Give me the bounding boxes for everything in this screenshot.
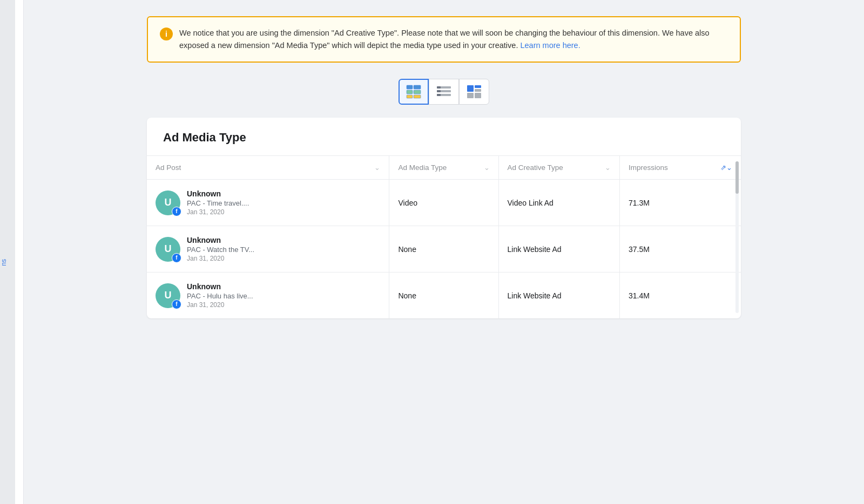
- alert-text: We notice that you are using the dimensi…: [179, 27, 728, 52]
- ad-post-date-2: Jan 31, 2020: [187, 301, 253, 309]
- table-card: Ad Media Type Ad Post ⌄: [147, 118, 741, 318]
- ad-post-desc-1: PAC - Watch the TV...: [187, 246, 254, 254]
- table-title: Ad Media Type: [147, 118, 741, 156]
- col-header-impressions[interactable]: Impressions ⇗⌄: [619, 156, 741, 180]
- table-row: U f Unknown PAC - Hulu has live... Jan 3…: [147, 273, 741, 319]
- col-impressions-label: Impressions: [629, 164, 717, 172]
- svg-rect-2: [407, 95, 413, 98]
- fb-badge-1: f: [172, 253, 181, 263]
- ad-post-cell-0: U f Unknown PAC - Time travel.... Jan 31…: [147, 180, 389, 226]
- impressions-cell-1: 37.5M: [619, 226, 741, 273]
- ad-post-desc-0: PAC - Time travel....: [187, 199, 249, 207]
- col-media-label: Ad Media Type: [398, 164, 480, 172]
- ad-post-content-0: U f Unknown PAC - Time travel.... Jan 31…: [156, 189, 380, 216]
- table-row: U f Unknown PAC - Time travel.... Jan 31…: [147, 180, 741, 226]
- left-sidebar-partial: [15, 0, 24, 504]
- ad-media-type-cell-1: None: [389, 226, 498, 273]
- scroll-thumb[interactable]: [735, 161, 739, 194]
- col-creative-label: Ad Creative Type: [508, 164, 602, 172]
- ad-post-info-2: Unknown PAC - Hulu has live... Jan 31, 2…: [187, 282, 253, 309]
- svg-rect-13: [475, 85, 481, 88]
- sidebar-nav-text[interactable]: ns: [0, 259, 8, 266]
- col-header-media-type[interactable]: Ad Media Type ⌄: [389, 156, 498, 180]
- svg-rect-12: [467, 85, 474, 92]
- table-row: U f Unknown PAC - Watch the TV... Jan 31…: [147, 226, 741, 273]
- grid-view-icon: [406, 85, 421, 99]
- info-icon: i: [160, 28, 173, 40]
- ad-post-date-0: Jan 31, 2020: [187, 208, 249, 216]
- table-body: U f Unknown PAC - Time travel.... Jan 31…: [147, 180, 741, 319]
- svg-rect-5: [414, 95, 421, 98]
- sort-icon-media: ⌄: [484, 164, 490, 172]
- col-adpost-label: Ad Post: [156, 164, 371, 172]
- view-toggle-group: [399, 79, 489, 105]
- svg-rect-16: [475, 93, 481, 98]
- impressions-cell-0: 71.3M: [619, 180, 741, 226]
- ad-post-info-0: Unknown PAC - Time travel.... Jan 31, 20…: [187, 189, 249, 216]
- sort-icon-adpost: ⌄: [374, 164, 380, 172]
- alert-message: We notice that you are using the dimensi…: [179, 29, 710, 50]
- table-header-row: Ad Post ⌄ Ad Media Type ⌄: [147, 156, 741, 180]
- ad-post-desc-2: PAC - Hulu has live...: [187, 292, 253, 300]
- sort-icon-creative: ⌄: [605, 164, 611, 172]
- ad-media-type-cell-2: None: [389, 273, 498, 319]
- ad-post-name-0: Unknown: [187, 189, 249, 198]
- ad-creative-type-cell-1: Link Website Ad: [498, 226, 619, 273]
- svg-rect-10: [437, 90, 441, 92]
- alert-banner: i We notice that you are using the dimen…: [147, 16, 741, 63]
- fb-badge-0: f: [172, 207, 181, 216]
- learn-more-link[interactable]: Learn more here.: [520, 41, 580, 50]
- ad-post-date-1: Jan 31, 2020: [187, 255, 254, 262]
- svg-rect-0: [407, 85, 413, 89]
- main-content: i We notice that you are using the dimen…: [24, 0, 864, 504]
- svg-rect-9: [437, 86, 441, 88]
- svg-rect-3: [414, 85, 421, 89]
- svg-rect-4: [414, 90, 421, 94]
- avatar-wrapper-0: U f: [156, 190, 180, 215]
- impressions-cell-2: 31.4M: [619, 273, 741, 319]
- list-view-icon: [436, 85, 451, 99]
- list-view-button[interactable]: [429, 79, 459, 105]
- data-table: Ad Post ⌄ Ad Media Type ⌄: [147, 156, 741, 318]
- sort-icon-impressions: ⇗⌄: [720, 164, 732, 172]
- ad-post-name-2: Unknown: [187, 282, 253, 291]
- col-header-adpost[interactable]: Ad Post ⌄: [147, 156, 389, 180]
- fb-badge-2: f: [172, 299, 181, 309]
- svg-rect-11: [437, 94, 441, 96]
- ad-post-cell-1: U f Unknown PAC - Watch the TV... Jan 31…: [147, 226, 389, 273]
- avatar-wrapper-2: U f: [156, 283, 180, 308]
- avatar-wrapper-1: U f: [156, 237, 180, 262]
- grid-view-button[interactable]: [399, 79, 429, 105]
- ad-post-cell-2: U f Unknown PAC - Hulu has live... Jan 3…: [147, 273, 389, 319]
- left-edge-bar: [0, 0, 15, 504]
- svg-rect-1: [407, 90, 413, 94]
- svg-rect-14: [475, 89, 481, 92]
- scroll-track[interactable]: [735, 161, 739, 313]
- ad-post-content-2: U f Unknown PAC - Hulu has live... Jan 3…: [156, 282, 380, 309]
- table-scroll-container: Ad Post ⌄ Ad Media Type ⌄: [147, 156, 741, 318]
- ad-creative-type-cell-2: Link Website Ad: [498, 273, 619, 319]
- ad-post-content-1: U f Unknown PAC - Watch the TV... Jan 31…: [156, 236, 380, 262]
- chart-view-button[interactable]: [459, 79, 489, 105]
- chart-view-icon: [467, 85, 482, 99]
- ad-post-info-1: Unknown PAC - Watch the TV... Jan 31, 20…: [187, 236, 254, 262]
- ad-creative-type-cell-0: Video Link Ad: [498, 180, 619, 226]
- ad-media-type-cell-0: Video: [389, 180, 498, 226]
- svg-rect-15: [467, 93, 474, 98]
- ad-post-name-1: Unknown: [187, 236, 254, 244]
- col-header-creative-type[interactable]: Ad Creative Type ⌄: [498, 156, 619, 180]
